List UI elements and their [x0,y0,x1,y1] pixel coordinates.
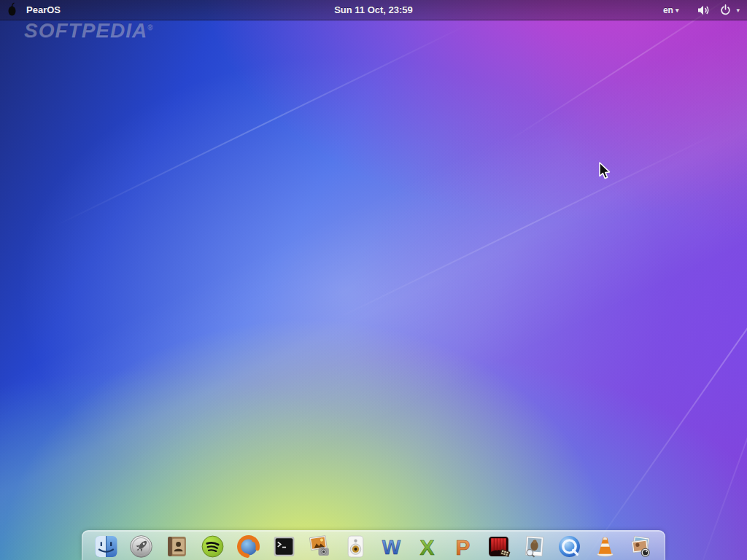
dock-item-contacts[interactable] [165,534,190,559]
contacts-book-icon [165,534,189,559]
power-menu-chevron-icon[interactable]: ▾ [736,7,740,14]
dock-item-screenshot[interactable] [308,534,333,559]
front-row-curtain-icon [487,534,511,559]
dock-item-word-processor[interactable]: W [379,534,403,559]
volume-icon [697,5,711,15]
excel-x-icon: X [415,534,439,559]
terminal-icon [272,534,296,559]
finder-icon [94,534,118,559]
preview-photo-loupe-icon [522,534,546,559]
dock-item-quicktime[interactable] [557,534,582,559]
word-w-icon: W [379,534,403,559]
desktop: SOFTPEDIA® PearOS Sun 11 Oct, 23:59 en ▾ [0,0,747,560]
menubar-indicators: en ▾ ▾ [663,4,747,15]
registered-mark: ® [147,23,153,31]
dock: W X P [82,530,665,560]
dock-item-music-player[interactable] [343,534,368,559]
quicktime-q-icon [557,534,581,559]
firefox-icon [236,534,260,559]
launchpad-rocket-icon [129,534,153,559]
pear-logo-icon [7,2,18,18]
volume-button[interactable] [697,5,711,15]
mouse-cursor [597,161,612,181]
dock-item-image-viewer[interactable] [629,534,654,559]
screenshot-photo-camera-icon [308,534,332,559]
dock-item-front-row[interactable] [486,534,511,559]
softpedia-watermark-text: SOFTPEDIA [24,19,147,42]
dock-item-presentation[interactable]: P [450,534,475,559]
svg-text:W: W [382,536,401,558]
dock-item-terminal[interactable] [272,534,297,559]
svg-text:X: X [419,534,434,558]
dock-item-preview[interactable] [522,534,546,559]
vlc-cone-icon [593,534,617,559]
power-button[interactable] [720,4,731,15]
power-icon [720,4,731,15]
svg-text:P: P [455,534,470,558]
dock-item-finder[interactable] [93,534,118,559]
dock-item-vlc[interactable] [593,534,618,559]
menubar: PearOS Sun 11 Oct, 23:59 en ▾ [0,0,747,20]
language-label: en [663,5,673,15]
language-selector[interactable]: en ▾ [663,5,679,15]
dock-item-spreadsheet[interactable]: X [414,534,439,559]
dock-item-firefox[interactable] [236,534,261,559]
dock-item-launchpad[interactable] [129,534,154,559]
spotify-icon [201,534,225,559]
clock[interactable]: Sun 11 Oct, 23:59 [0,4,747,15]
softpedia-watermark: SOFTPEDIA® [24,19,154,42]
os-name-label: PearOS [26,4,61,15]
powerpoint-p-icon: P [451,534,475,559]
chevron-down-icon: ▾ [676,7,679,14]
speaker-icon [344,534,368,559]
dock-item-spotify[interactable] [201,534,225,559]
photo-stack-lens-icon [629,534,653,559]
pear-menu[interactable]: PearOS [0,2,61,18]
